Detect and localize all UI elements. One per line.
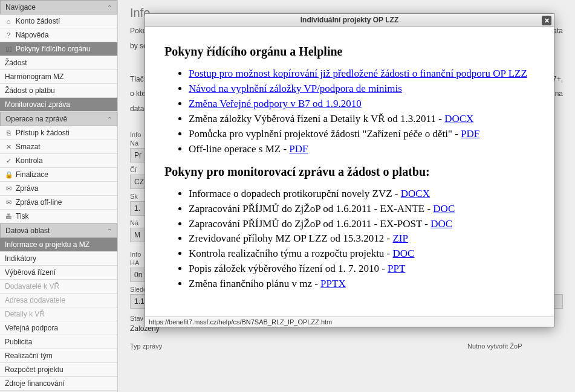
modal-list-item: Postup pro možnost kopírování již předlo… [189, 67, 534, 81]
sidebar-item-label: Žádost o platbu [5, 86, 55, 95]
op-pristup-icon: ⎘ [5, 129, 12, 137]
sidebar-item-label: Monitorovací zpráva [5, 100, 70, 109]
nav-mz[interactable]: Monitorovací zpráva [0, 98, 117, 112]
nav-pokyny[interactable]: 🕮Pokyny řídícího orgánu [0, 42, 117, 56]
modal-list-item: Zapracování PŘÍJMŮ do ZjŽoP od 1.6.2011 … [189, 202, 534, 216]
modal-list-item: Změna Veřejné podpory v B7 od 1.9.2010 [189, 97, 534, 111]
op-pristup[interactable]: ⎘Přístup k žádosti [0, 126, 117, 140]
sidebar-item-label: Indikátory [5, 254, 36, 263]
nav-zadost[interactable]: Žádost [0, 56, 117, 70]
modal-list-item: Kontrola realizačního týmu a rozpočtu pr… [189, 247, 534, 261]
op-finalizace[interactable]: 🔒Finalizace [0, 168, 117, 182]
modal-title-text: Individuální projekty OP LZZ [300, 16, 398, 24]
modal-link[interactable]: Návod na vyplnění záložky VP/podpora de … [189, 83, 402, 94]
nav-help-icon: ? [5, 31, 12, 39]
da-dodavatele[interactable]: Dodavatelé k VŘ [0, 280, 117, 294]
modal-heading-1: Pokyny řídícího orgánu a Helpline [164, 45, 534, 59]
sidebar-item-label: Publicita [5, 338, 32, 346]
da-zdroje[interactable]: Zdroje financování [0, 377, 117, 391]
sidebar-item-label: Výběrová řízení [5, 268, 56, 277]
sidebar-item-label: Konto žádostí [16, 17, 60, 25]
modal-titlebar[interactable]: Individuální projekty OP LZZ ✕ [145, 14, 554, 27]
sidebar-item-label: Přístup k žádosti [16, 129, 70, 137]
da-podpora[interactable]: Veřejná podpora [0, 321, 117, 335]
modal-link[interactable]: DOC [433, 203, 455, 214]
da-tym[interactable]: Realizační tým [0, 349, 117, 363]
modal-list-item: Off-line operace s MZ - PDF [189, 143, 534, 156]
sidebar-item-label: Nápověda [16, 31, 49, 39]
da-adresa[interactable]: Adresa dodavatele [0, 294, 117, 307]
modal-link[interactable]: DOCX [444, 113, 473, 124]
sidebar-item-label: Dodavatelé k VŘ [5, 282, 59, 291]
section-title: Navigace [5, 3, 36, 11]
nav-konto-icon: ⌂ [5, 18, 12, 25]
sidebar-item-label: Veřejná podpora [5, 324, 58, 332]
da-publicita[interactable]: Publicita [0, 335, 117, 349]
help-modal: Individuální projekty OP LZZ ✕ Pokyny ří… [145, 13, 554, 327]
sidebar-item-label: Tisk [16, 212, 29, 220]
modal-link[interactable]: Postup pro možnost kopírování již předlo… [189, 68, 527, 79]
modal-link[interactable]: PDF [461, 128, 479, 140]
nav-harmonogram[interactable]: Harmonogram MZ [0, 70, 117, 84]
nav-konto[interactable]: ⌂Konto žádostí [0, 14, 117, 28]
sidebar-item-label: Kontrola [16, 156, 43, 165]
sidebar-item-label: Informace o projektu a MZ [5, 240, 89, 249]
modal-heading-2: Pokyny pro monitorovací zprávu a žádost … [164, 165, 534, 179]
sidebar-item-label: Detaily k VŘ [5, 310, 45, 318]
nav-zop[interactable]: Žádost o platbu [0, 84, 117, 98]
nav-pokyny-icon: 🕮 [5, 45, 12, 53]
sidebar-item-label: Pokyny řídícího orgánu [16, 45, 90, 53]
modal-list-item: Informace o dopadech protikorupční novel… [189, 187, 534, 201]
op-zprava-icon: ✉ [5, 185, 12, 192]
modal-link[interactable]: DOC [393, 248, 415, 259]
sidebar-item-label: Finalizace [16, 170, 48, 179]
op-smazat-icon: ✕ [5, 143, 12, 150]
op-kontrola[interactable]: ✓Kontrola [0, 154, 117, 168]
modal-list-item: Zapracování PŘÍJMŮ do ZjŽoP od 1.6.2011 … [189, 217, 534, 231]
modal-list-1: Postup pro možnost kopírování již předlo… [189, 67, 534, 156]
modal-status-url: https://benefit7.mssf.cz/help/cs/BN7SAB_… [145, 316, 554, 327]
chevron-up-icon: ⌃ [107, 116, 112, 123]
sidebar-item-label: Smazat [16, 143, 41, 151]
modal-link[interactable]: DOCX [401, 188, 430, 199]
op-kontrola-icon: ✓ [5, 157, 12, 164]
sidebar-section-data[interactable]: Datová oblast ⌃ [0, 223, 117, 238]
sidebar-section-ops[interactable]: Operace na zprávě ⌃ [0, 112, 117, 126]
da-info[interactable]: Informace o projektu a MZ [0, 238, 117, 252]
close-icon[interactable]: ✕ [542, 16, 551, 25]
op-smazat[interactable]: ✕Smazat [0, 140, 117, 154]
da-vr[interactable]: Výběrová řízení [0, 266, 117, 280]
modal-list-item: Popis záložek výběrového řízení od 1. 7.… [189, 262, 534, 276]
nav-help[interactable]: ?Nápověda [0, 28, 117, 42]
sidebar-item-label: Adresa dodavatele [5, 296, 65, 304]
section-title: Datová oblast [5, 227, 50, 235]
modal-list-item: Pomůcka pro vyplnění projektové žádosti … [189, 127, 534, 141]
typ-label: Typ zprávy [130, 342, 334, 350]
sidebar-section-navigace[interactable]: Navigace ⌃ [0, 0, 117, 14]
sidebar-item-label: Zpráva off-line [16, 198, 62, 207]
op-offline-icon: ✉ [5, 199, 12, 206]
op-zprava[interactable]: ✉Zpráva [0, 182, 117, 196]
modal-link[interactable]: PDF [289, 143, 308, 155]
da-detaily[interactable]: Detaily k VŘ [0, 307, 117, 321]
da-rozpocet[interactable]: Rozpočet projektu [0, 363, 117, 377]
nutno-label: Nutno vytvořit ŽoP [467, 342, 563, 350]
sidebar-item-label: Zdroje financování [5, 379, 65, 388]
modal-body[interactable]: Pokyny řídícího orgánu a Helpline Postup… [145, 27, 554, 316]
sidebar-item-label: Žádost [5, 59, 27, 67]
op-offline[interactable]: ✉Zpráva off-line [0, 196, 117, 210]
op-finalizace-icon: 🔒 [5, 171, 12, 178]
section-title: Operace na zprávě [5, 115, 67, 123]
sidebar-item-label: Harmonogram MZ [5, 72, 63, 81]
modal-list-2: Informace o dopadech protikorupční novel… [189, 187, 534, 292]
modal-list-item: Návod na vyplnění záložky VP/podpora de … [189, 82, 534, 96]
modal-link[interactable]: DOC [430, 218, 452, 230]
da-indikatory[interactable]: Indikátory [0, 252, 117, 266]
modal-link[interactable]: Změna Veřejné podpory v B7 od 1.9.2010 [189, 98, 362, 109]
modal-link[interactable]: PPTX [320, 278, 346, 289]
op-tisk[interactable]: 🖶Tisk [0, 210, 117, 223]
sidebar-item-label: Rozpočet projektu [5, 365, 63, 374]
op-tisk-icon: 🖶 [5, 213, 12, 220]
modal-link[interactable]: PPT [388, 263, 405, 274]
modal-link[interactable]: ZIP [392, 233, 408, 244]
